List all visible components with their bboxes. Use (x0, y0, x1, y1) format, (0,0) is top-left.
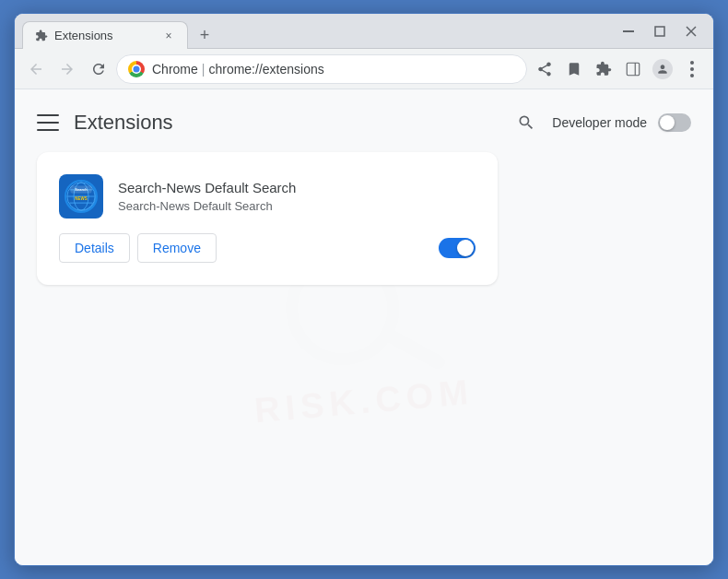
remove-button[interactable]: Remove (137, 233, 217, 263)
address-text: Chrome | chrome://extensions (152, 62, 324, 77)
active-tab[interactable]: Extensions × (22, 21, 188, 49)
share-button[interactable] (531, 55, 558, 83)
svg-rect-4 (627, 63, 640, 76)
extensions-list: Search NEWS Search-News Default Search S… (15, 152, 713, 285)
extension-globe-icon: Search NEWS (65, 180, 98, 213)
address-bar[interactable]: Chrome | chrome://extensions (116, 54, 527, 84)
extension-details: Search-News Default Search Search-News D… (118, 180, 296, 213)
details-button[interactable]: Details (59, 233, 130, 263)
browser-window: Extensions × + (14, 13, 714, 566)
new-tab-button[interactable]: + (192, 22, 217, 48)
developer-mode-label: Developer mode (552, 115, 647, 130)
svg-text:NEWS: NEWS (75, 196, 87, 201)
watermark-text: RISK.COM (253, 372, 476, 431)
back-button[interactable] (22, 55, 50, 83)
reload-button[interactable] (85, 55, 112, 83)
extensions-header: Extensions Developer mode (15, 89, 713, 152)
extension-icon: Search NEWS (59, 174, 103, 219)
extension-enable-toggle[interactable] (439, 238, 476, 258)
person-icon (652, 59, 673, 79)
minimize-button[interactable] (614, 17, 643, 46)
close-button[interactable] (676, 17, 706, 46)
page-content: RISK.COM Extensions Developer mode (15, 89, 713, 565)
svg-point-7 (690, 67, 694, 71)
bookmark-button[interactable] (560, 55, 588, 83)
svg-point-6 (690, 61, 694, 65)
address-separator: | (202, 62, 205, 77)
header-right: Developer mode (511, 108, 691, 137)
svg-point-8 (690, 74, 694, 77)
side-panel-button[interactable] (619, 55, 647, 83)
extensions-button[interactable] (590, 55, 617, 83)
developer-mode-toggle[interactable] (658, 113, 691, 132)
window-controls (614, 17, 706, 46)
chrome-logo-icon (128, 61, 145, 77)
page-title: Extensions (74, 111, 173, 135)
maximize-button[interactable] (645, 17, 675, 46)
toolbar: Chrome | chrome://extensions (15, 49, 713, 89)
menu-button[interactable] (678, 55, 706, 83)
address-path: chrome://extensions (208, 62, 323, 77)
forward-button[interactable] (53, 55, 81, 83)
svg-text:Search: Search (75, 187, 88, 192)
svg-rect-0 (623, 30, 634, 32)
extension-info: Search NEWS Search-News Default Search S… (59, 174, 476, 219)
profile-button[interactable] (649, 55, 676, 83)
title-bar: Extensions × + (15, 14, 713, 49)
tab-strip: Extensions × + (22, 14, 606, 48)
hamburger-menu-button[interactable] (37, 112, 59, 134)
address-brand: Chrome (152, 62, 198, 77)
extension-actions: Details Remove (59, 233, 476, 263)
extension-toggle-knob (457, 240, 474, 256)
tab-close-button[interactable]: × (161, 29, 176, 43)
tab-icon (34, 29, 49, 43)
extension-name: Search-News Default Search (118, 180, 296, 195)
extension-card: Search NEWS Search-News Default Search S… (37, 152, 498, 285)
search-button[interactable] (511, 108, 541, 137)
toolbar-actions (531, 55, 706, 83)
svg-rect-1 (655, 27, 664, 36)
svg-line-10 (388, 324, 439, 372)
tab-label: Extensions (54, 29, 113, 42)
toggle-knob (660, 115, 675, 130)
extension-description: Search-News Default Search (118, 199, 296, 213)
